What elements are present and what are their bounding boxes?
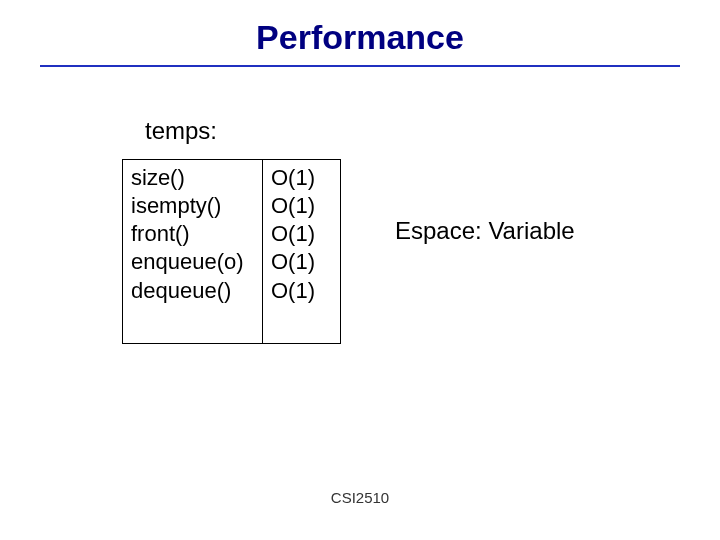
big-o-item: O(1) (271, 192, 332, 220)
big-o-item: O(1) (271, 277, 332, 305)
complexities-cell: O(1) O(1) O(1) O(1) O(1) (263, 160, 341, 344)
op-item: front() (131, 220, 254, 248)
temps-label: temps: (145, 117, 680, 145)
slide-title: Performance (0, 0, 720, 65)
table-row: size() isempty() front() enqueue(o) dequ… (123, 160, 341, 344)
op-item: isempty() (131, 192, 254, 220)
op-item: dequeue() (131, 277, 254, 305)
operations-cell: size() isempty() front() enqueue(o) dequ… (123, 160, 263, 344)
op-item: size() (131, 164, 254, 192)
big-o-item: O(1) (271, 164, 332, 192)
slide-footer: CSI2510 (0, 489, 720, 506)
espace-label: Espace: Variable (395, 217, 575, 245)
op-item: enqueue(o) (131, 248, 254, 276)
big-o-item: O(1) (271, 220, 332, 248)
complexity-table: size() isempty() front() enqueue(o) dequ… (122, 159, 341, 344)
content-area: temps: size() isempty() front() enqueue(… (0, 67, 720, 145)
big-o-item: O(1) (271, 248, 332, 276)
